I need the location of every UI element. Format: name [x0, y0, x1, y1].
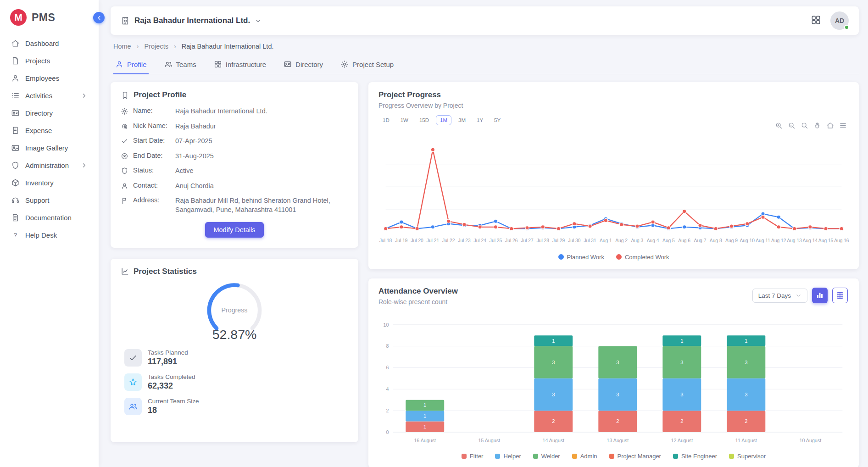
modify-details-button[interactable]: Modify Details [205, 222, 263, 238]
sidebar-item-label: Documentation [25, 214, 72, 222]
range-15d-button[interactable]: 15D [415, 115, 433, 125]
app-logo[interactable]: M PMS [0, 4, 99, 34]
range-1d-button[interactable]: 1D [378, 115, 394, 125]
sidebar-item-activities[interactable]: Activities [5, 88, 94, 104]
days-filter-value: Last 7 Days [758, 292, 791, 299]
progress-line-chart: Jul 18Jul 19Jul 20Jul 21Jul 22Jul 23Jul … [378, 131, 849, 253]
sidebar-item-image-gallery[interactable]: Image Gallery [5, 140, 94, 156]
legend-swatch [673, 454, 678, 459]
legend-label: Admin [580, 453, 597, 460]
svg-text:Jul 29: Jul 29 [552, 238, 565, 243]
attendance-bar-chart: 024681016 August11115 August14 August233… [378, 319, 849, 452]
sidebar-item-dashboard[interactable]: Dashboard [5, 35, 94, 51]
range-1y-button[interactable]: 1Y [473, 115, 487, 125]
online-status-dot [844, 25, 849, 30]
range-3m-button[interactable]: 3M [454, 115, 470, 125]
svg-text:Jul 30: Jul 30 [568, 238, 581, 243]
sidebar-item-documentation[interactable]: Documentation [5, 210, 94, 226]
sidebar-item-employees[interactable]: Employees [5, 70, 94, 86]
zoom-in-icon[interactable] [775, 122, 783, 129]
sidebar-collapse-button[interactable] [93, 12, 105, 23]
sidebar-item-help-desk[interactable]: Help Desk [5, 227, 94, 243]
project-progress-card: Project Progress Progress Overview by Pr… [368, 82, 859, 269]
tab-infrastructure[interactable]: Infrastructure [212, 56, 268, 74]
tab-teams[interactable]: Teams [162, 56, 198, 74]
legend-item[interactable]: Fitter [462, 453, 484, 460]
zoom-out-icon[interactable] [788, 122, 796, 129]
field-status: Status:Active [121, 167, 348, 176]
doc-icon [11, 213, 20, 222]
svg-text:3: 3 [616, 360, 619, 365]
svg-text:Aug 5: Aug 5 [662, 238, 675, 243]
stat-label: Tasks Planned [148, 349, 188, 356]
user-avatar[interactable]: AD [830, 11, 849, 30]
main-area: Raja Bahadur International Ltd. AD Home … [99, 0, 868, 467]
svg-text:Aug 13: Aug 13 [787, 238, 802, 243]
field-label: Start Date: [133, 137, 171, 144]
legend-item[interactable]: Supervisor [729, 453, 766, 460]
legend-item[interactable]: Site Engineer [673, 453, 717, 460]
statistics-card-title-row: Project Statistics [121, 267, 348, 276]
legend-swatch [495, 454, 500, 459]
range-1w-button[interactable]: 1W [396, 115, 412, 125]
legend-item[interactable]: Planned Work [558, 254, 604, 261]
shield-icon [121, 167, 128, 175]
svg-text:52.87%: 52.87% [212, 327, 257, 342]
sidebar-item-label: Help Desk [25, 231, 57, 239]
sidebar-item-directory[interactable]: Directory [5, 105, 94, 121]
field-label: Status: [133, 167, 171, 174]
stat-label: Tasks Completed [148, 373, 195, 380]
field-nick-name: Nick Name:Raja Bahadur [121, 122, 348, 131]
sidebar-item-label: Projects [25, 57, 50, 65]
field-value: Active [175, 167, 194, 176]
tab-label: Profile [127, 61, 147, 68]
legend-item[interactable]: Welder [533, 453, 560, 460]
id-card-icon [284, 60, 292, 68]
svg-text:14 August: 14 August [542, 438, 564, 443]
legend-item[interactable]: Project Manager [609, 453, 661, 460]
sidebar-item-expense[interactable]: Expense [5, 122, 94, 139]
sidebar-item-projects[interactable]: Projects [5, 53, 94, 69]
grid-icon [811, 15, 821, 25]
tab-directory[interactable]: Directory [282, 56, 325, 74]
field-label: Contact: [133, 182, 171, 189]
sidebar-item-label: Employees [25, 74, 59, 82]
breadcrumb-projects[interactable]: Projects [137, 43, 168, 50]
svg-text:15 August: 15 August [478, 438, 500, 443]
svg-text:Aug 8: Aug 8 [710, 238, 722, 243]
pan-icon[interactable] [813, 122, 821, 129]
stat-label: Current Team Size [148, 398, 199, 405]
star-icon [124, 373, 142, 391]
company-name: Raja Bahadur International Ltd. [134, 16, 250, 25]
table-view-toggle[interactable] [832, 288, 848, 303]
tab-label: Teams [176, 61, 196, 68]
legend-item[interactable]: Completed Work [616, 254, 669, 261]
apps-grid-button[interactable] [811, 15, 821, 27]
field-value: Raja Bahadur Mill Rd, behind Sheraton Gr… [175, 196, 348, 214]
svg-text:13 August: 13 August [606, 438, 629, 443]
sidebar-item-label: Activities [25, 92, 52, 100]
days-filter-select[interactable]: Last 7 Days [752, 289, 807, 303]
sidebar-item-support[interactable]: Support [5, 192, 94, 208]
range-1m-button[interactable]: 1M [436, 115, 451, 125]
company-selector[interactable]: Raja Bahadur International Ltd. [121, 16, 262, 25]
legend-swatch [616, 254, 622, 260]
sidebar-item-inventory[interactable]: Inventory [5, 175, 94, 191]
legend-item[interactable]: Helper [495, 453, 521, 460]
legend-item[interactable]: Admin [572, 453, 597, 460]
breadcrumb-home[interactable]: Home [113, 43, 131, 50]
tab-project-setup[interactable]: Project Setup [339, 56, 395, 74]
svg-text:2: 2 [745, 418, 747, 424]
selection-zoom-icon[interactable] [801, 122, 808, 129]
tab-profile[interactable]: Profile [113, 56, 149, 74]
reset-home-icon[interactable] [826, 122, 834, 129]
sidebar-item-administration[interactable]: Administration [5, 157, 94, 173]
legend-label: Fitter [470, 453, 484, 460]
chevron-down-icon [796, 293, 801, 299]
svg-text:Jul 25: Jul 25 [490, 238, 502, 243]
menu-icon[interactable] [839, 122, 847, 129]
sidebar-item-label: Directory [25, 109, 53, 117]
stat-value: 62,332 [148, 381, 195, 391]
chart-view-toggle[interactable] [812, 288, 828, 303]
range-5y-button[interactable]: 5Y [490, 115, 505, 125]
